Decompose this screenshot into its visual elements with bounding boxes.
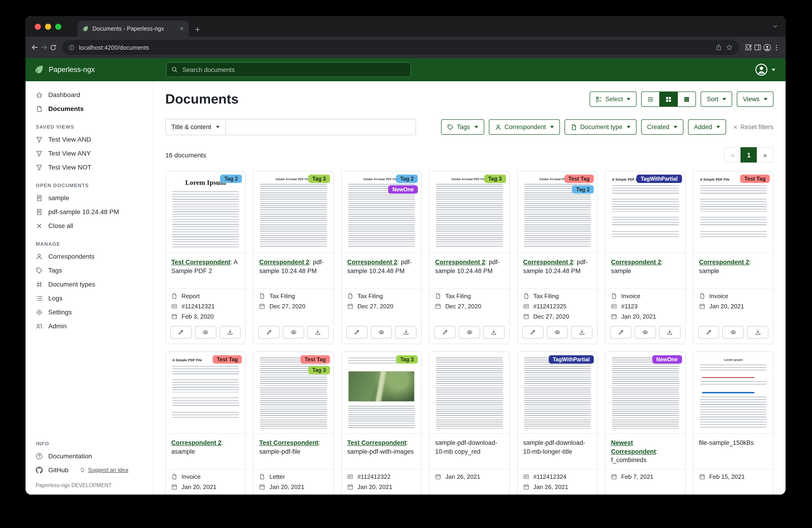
tag-badge[interactable]: TagWithPartial: [549, 355, 594, 363]
prev-page-button[interactable]: «: [724, 147, 741, 162]
sidebar-item-logs[interactable]: Logs: [26, 291, 153, 305]
edit-button[interactable]: [610, 326, 632, 339]
correspondent-link[interactable]: Test Correspondent: [171, 259, 231, 266]
download-button[interactable]: [483, 326, 505, 339]
user-menu[interactable]: [755, 63, 775, 76]
sidebar-item-admin[interactable]: Admin: [26, 319, 153, 333]
forward-button[interactable]: [40, 44, 48, 51]
back-button[interactable]: [31, 44, 39, 51]
document-thumbnail[interactable]: TagWithPartial: [518, 352, 597, 434]
site-info-icon[interactable]: [69, 44, 75, 51]
sidebar-item-correspondents[interactable]: Correspondents: [26, 249, 153, 263]
document-thumbnail[interactable]: Tag 3Adobe Acrobat PDF Files: [430, 171, 509, 253]
correspondent-link[interactable]: Correspondent 2: [523, 259, 573, 266]
correspondent-link[interactable]: Newest Correspondent: [611, 439, 656, 455]
edit-button[interactable]: [698, 326, 720, 339]
filter-tags-button[interactable]: Tags: [441, 119, 484, 135]
tag-badge[interactable]: Test Tag: [564, 175, 594, 183]
browser-profile-avatar[interactable]: [763, 43, 771, 51]
tag-badge[interactable]: NewOne: [388, 185, 418, 194]
sidebar-item-dashboard[interactable]: Dashboard: [26, 88, 153, 102]
correspondent-link[interactable]: Test Correspondent: [259, 439, 318, 446]
edit-button[interactable]: [346, 326, 368, 339]
sidebar-item-sample[interactable]: sample: [26, 191, 153, 205]
filter-created-button[interactable]: Created: [641, 119, 683, 135]
sidebar-item-test-view-not[interactable]: Test View NOT: [26, 160, 153, 174]
search-input[interactable]: [182, 66, 406, 74]
tab-close-icon[interactable]: [179, 26, 184, 31]
minimize-window-button[interactable]: [45, 24, 51, 30]
bookmark-star-icon[interactable]: [726, 44, 733, 51]
document-thumbnail[interactable]: Test TagA Simple PDF File: [166, 352, 245, 434]
share-icon[interactable]: [715, 44, 722, 51]
current-page-button[interactable]: 1: [740, 147, 757, 162]
tag-badge[interactable]: Test Tag: [213, 355, 242, 363]
browser-tab[interactable]: Documents - Paperless-ngx: [77, 20, 189, 37]
next-page-button[interactable]: »: [757, 147, 773, 162]
close-window-button[interactable]: [35, 24, 41, 30]
filter-correspondent-button[interactable]: Correspondent: [489, 119, 560, 135]
preview-button[interactable]: [547, 326, 568, 339]
views-button[interactable]: Views: [737, 91, 773, 107]
suggest-idea-link[interactable]: Suggest an idea: [79, 467, 128, 473]
document-thumbnail[interactable]: Tag 3: [342, 352, 421, 434]
document-thumbnail[interactable]: Tag 3Adobe Acrobat PDF Files: [254, 171, 333, 253]
filter-field-dropdown[interactable]: Title & content: [165, 119, 226, 135]
tab-search-icon[interactable]: [772, 23, 778, 29]
document-thumbnail[interactable]: Lorem ipsum: [693, 352, 773, 434]
download-button[interactable]: [219, 326, 241, 339]
document-thumbnail[interactable]: Test TagTag 3: [254, 352, 333, 434]
view-grid-button[interactable]: [659, 91, 678, 107]
view-details-button[interactable]: [678, 91, 696, 107]
address-bar[interactable]: localhost:4200/documents: [62, 40, 739, 55]
app-brand[interactable]: Paperless-ngx: [26, 65, 153, 75]
preview-button[interactable]: [635, 326, 656, 339]
filter-document-type-button[interactable]: Document type: [565, 119, 637, 135]
sidebar-item-github[interactable]: GitHubSuggest an idea: [26, 463, 153, 477]
document-thumbnail[interactable]: Test TagTag 2Adobe Acrobat PDF Files: [518, 171, 597, 253]
sidebar-item-document-types[interactable]: Document types: [26, 277, 153, 291]
new-tab-button[interactable]: [194, 27, 201, 32]
download-button[interactable]: [659, 326, 681, 339]
edit-button[interactable]: [522, 326, 543, 339]
tag-badge[interactable]: Tag 3: [484, 175, 506, 183]
document-thumbnail[interactable]: Tag 2NewOneAdobe Acrobat PDF Files: [342, 171, 421, 253]
extensions-icon[interactable]: [745, 44, 752, 51]
sidebar-item-settings[interactable]: Settings: [26, 305, 153, 319]
sidebar-item-test-view-any[interactable]: Test View ANY: [26, 146, 153, 160]
filter-text-input[interactable]: [226, 119, 416, 135]
correspondent-link[interactable]: Correspondent 2: [435, 259, 485, 266]
correspondent-link[interactable]: Correspondent 2: [171, 439, 221, 446]
download-button[interactable]: [571, 326, 593, 339]
document-thumbnail[interactable]: [430, 352, 509, 434]
document-thumbnail[interactable]: NewOne: [605, 352, 685, 434]
preview-button[interactable]: [459, 326, 480, 339]
preview-button[interactable]: [371, 326, 392, 339]
preview-button[interactable]: [195, 326, 216, 339]
tag-badge[interactable]: Tag 2: [220, 175, 242, 183]
preview-button[interactable]: [723, 326, 744, 339]
tag-badge[interactable]: Test Tag: [301, 355, 330, 363]
correspondent-link[interactable]: Correspondent 2: [347, 259, 397, 266]
tag-badge[interactable]: NewOne: [652, 355, 682, 363]
sidebar-item-close-all[interactable]: Close all: [26, 219, 153, 233]
filter-added-button[interactable]: Added: [688, 119, 726, 135]
global-search[interactable]: [166, 62, 411, 77]
correspondent-link[interactable]: Correspondent 2: [699, 259, 749, 266]
tag-badge[interactable]: Tag 2: [396, 175, 418, 183]
download-button[interactable]: [307, 326, 329, 339]
tag-badge[interactable]: TagWithPartial: [637, 175, 682, 183]
correspondent-link[interactable]: Correspondent 2: [611, 259, 661, 266]
sidebar-item-pdf-sample-10-24-48-pm[interactable]: pdf-sample 10.24.48 PM: [26, 205, 153, 219]
side-panel-icon[interactable]: [754, 44, 762, 51]
sidebar-item-documentation[interactable]: Documentation: [26, 449, 153, 463]
correspondent-link[interactable]: Correspondent 2: [259, 259, 309, 266]
select-button[interactable]: Select: [590, 91, 637, 107]
sidebar-item-tags[interactable]: Tags: [26, 263, 153, 277]
browser-menu-icon[interactable]: [773, 44, 780, 51]
view-list-button[interactable]: [641, 91, 660, 107]
tag-badge[interactable]: Tag 3: [308, 366, 330, 374]
tag-badge[interactable]: Tag 3: [308, 175, 330, 183]
edit-button[interactable]: [434, 326, 456, 339]
reset-filters-button[interactable]: Reset filters: [733, 124, 773, 130]
